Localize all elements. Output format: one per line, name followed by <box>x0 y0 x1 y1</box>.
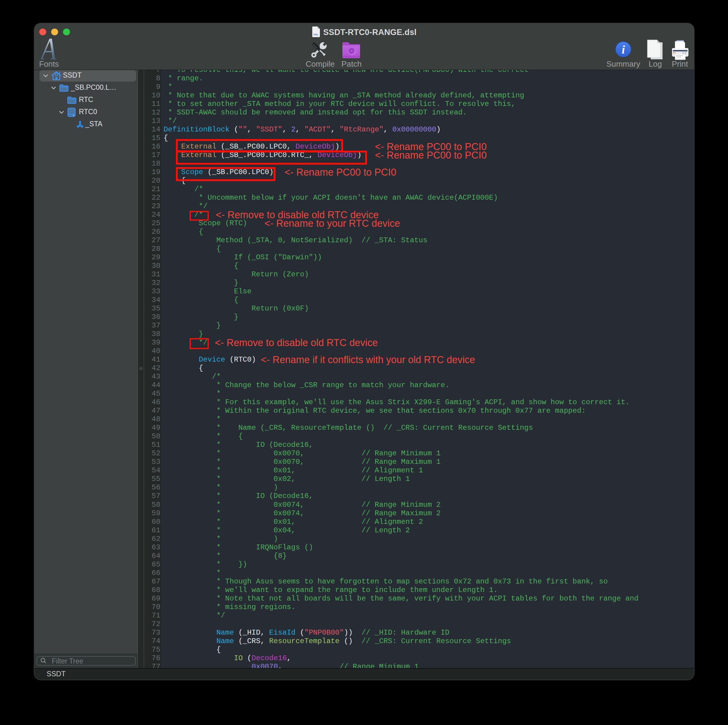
svg-text:i: i <box>622 43 625 56</box>
svg-text:DSL: DSL <box>314 33 318 36</box>
